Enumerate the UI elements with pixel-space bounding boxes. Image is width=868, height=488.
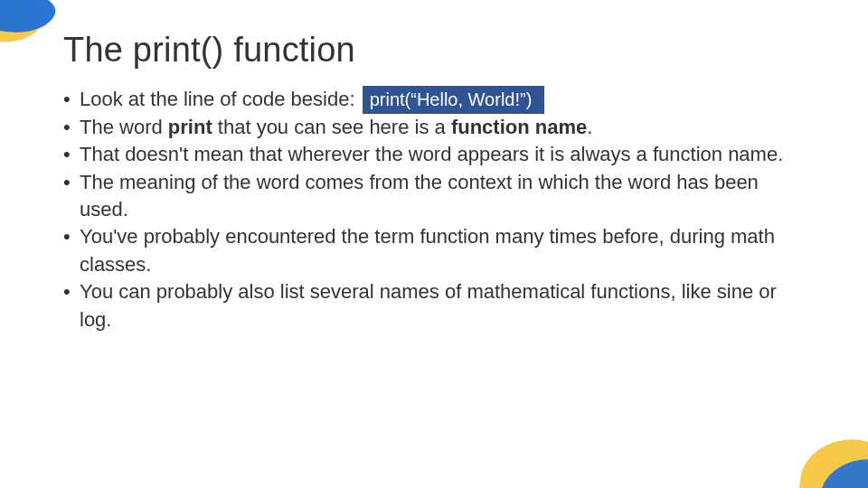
bullet-text: You can probably also list several names… [80,280,777,330]
bullet-text: You've probably encountered the term fun… [80,225,775,275]
bold-text: function name [451,116,587,138]
bullet-text: that you can see here is a [212,116,451,138]
bullet-item: Look at the line of code beside: print(“… [63,86,805,114]
bullet-text: . [587,116,592,138]
bullet-text: The word [80,116,168,138]
bullet-item: The word print that you can see here is … [63,114,805,141]
slide-content: Look at the line of code beside: print(“… [63,86,805,333]
bullet-text: Look at the line of code beside: [80,88,361,110]
slide: The print() function Look at the line of… [0,0,868,488]
bullet-text: The meaning of the word comes from the c… [80,171,759,221]
bullet-item: That doesn't mean that wherever the word… [63,141,805,168]
bullet-item: You can probably also list several names… [63,278,805,333]
bullet-text: That doesn't mean that wherever the word… [80,143,783,165]
slide-title: The print() function [63,31,805,70]
bullet-item: The meaning of the word comes from the c… [63,169,805,224]
bullet-item: You've probably encountered the term fun… [63,223,805,278]
code-snippet: print(“Hello, World!”) [363,86,545,114]
bold-text: print [168,116,212,138]
